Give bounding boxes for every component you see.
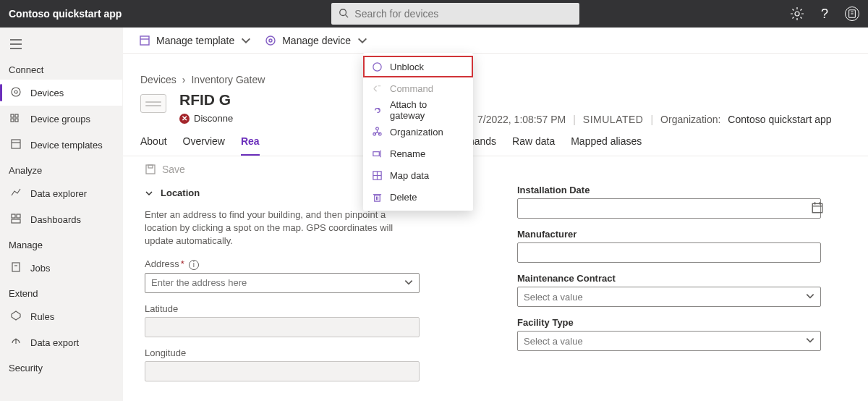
tab-selected[interactable]: Rea (241, 135, 260, 156)
nav-item-data-export[interactable]: Data export (0, 329, 122, 355)
manage-device-menu: Unblock Command Attach to gateway Organi… (363, 53, 473, 211)
menu-map-data[interactable]: Map data (363, 164, 473, 186)
cmd-label: Manage template (156, 35, 234, 46)
devices-icon (10, 86, 22, 100)
svg-point-26 (269, 39, 272, 42)
svg-rect-14 (15, 119, 18, 122)
nav-item-jobs[interactable]: Jobs (0, 255, 122, 281)
manufacturer-input[interactable] (517, 242, 821, 263)
location-section: Location (161, 187, 200, 198)
location-help: Enter an address to find your building, … (145, 208, 420, 248)
simulated-badge: SIMULATED (583, 114, 644, 125)
templates-icon (10, 138, 22, 152)
menu-rename[interactable]: Rename (363, 143, 473, 164)
global-search[interactable] (331, 3, 579, 25)
menu-attach-gateway[interactable]: Attach to gateway (363, 99, 473, 121)
svg-point-10 (14, 90, 17, 93)
device-meta: 7/2022, 1:08:57 PM | SIMULATED | Organiz… (123, 114, 868, 125)
menu-delete[interactable]: Delete (363, 186, 473, 208)
svg-point-9 (12, 88, 20, 96)
nav-item-data-explorer[interactable]: Data explorer (0, 180, 122, 206)
svg-rect-17 (12, 214, 15, 218)
feedback-icon[interactable] (845, 7, 859, 21)
device-groups-icon (10, 112, 22, 126)
chevron-down-icon (357, 35, 368, 46)
chevron-down-icon[interactable] (404, 277, 414, 287)
cmd-label: Manage device (282, 35, 351, 46)
menu-organization[interactable]: Organization (363, 121, 473, 143)
settings-icon[interactable] (790, 7, 804, 21)
svg-rect-20 (12, 263, 20, 271)
organization-label: Organization: (660, 114, 720, 125)
tab-raw-data[interactable]: Raw data (512, 135, 555, 156)
svg-rect-11 (11, 114, 14, 117)
chart-icon (10, 187, 22, 200)
tab-overview[interactable]: Overview (183, 135, 225, 156)
svg-rect-19 (12, 219, 20, 223)
save-label: Save (162, 164, 185, 175)
manage-device-button[interactable]: Manage device (265, 35, 368, 46)
nav-item-rules[interactable]: Rules (0, 303, 122, 329)
nav-label: Data export (30, 337, 79, 348)
connection-status: Disconne (194, 113, 233, 124)
search-icon (339, 8, 349, 20)
nav-item-device-groups[interactable]: Device groups (0, 106, 122, 132)
menu-label: Attach to gateway (390, 99, 464, 121)
chevron-down-icon[interactable] (145, 189, 153, 198)
facility-type-select[interactable] (517, 331, 821, 351)
app-title: Contoso quickstart app (9, 8, 122, 20)
svg-rect-13 (11, 119, 14, 122)
install-date-input[interactable] (517, 198, 821, 219)
jobs-icon (10, 261, 22, 275)
latitude-label: Latitude (145, 303, 474, 314)
info-icon[interactable]: i (189, 260, 199, 270)
nav-item-device-templates[interactable]: Device templates (0, 132, 122, 158)
svg-line-1 (346, 14, 349, 17)
svg-point-27 (373, 62, 381, 70)
svg-point-25 (266, 36, 275, 45)
manufacturer-label: Manufacturer (517, 229, 846, 240)
nav-section-security: Security (0, 355, 122, 378)
hamburger-icon[interactable] (0, 36, 122, 57)
svg-rect-31 (373, 151, 379, 156)
address-input[interactable] (145, 273, 420, 293)
longitude-input (145, 361, 420, 381)
svg-point-2 (795, 12, 799, 16)
dashboard-icon (10, 213, 22, 227)
last-data-time: 7/2022, 1:08:57 PM (477, 114, 566, 125)
menu-label: Rename (390, 148, 425, 159)
left-nav: Connect Devices Device groups Device tem… (0, 28, 123, 401)
svg-point-0 (340, 9, 346, 15)
chevron-right-icon: › (182, 74, 186, 85)
calendar-icon[interactable] (811, 201, 824, 216)
nav-label: Jobs (30, 263, 50, 274)
search-input[interactable] (354, 8, 572, 20)
nav-item-dashboards[interactable]: Dashboards (0, 206, 122, 232)
device-tile-icon (140, 94, 166, 113)
chevron-down-icon (240, 35, 252, 46)
facility-type-label: Facility Type (517, 317, 846, 328)
menu-label: Map data (390, 170, 429, 181)
menu-command: Command (363, 77, 473, 99)
tab-mapped-aliases[interactable]: Mapped aliases (571, 135, 642, 156)
breadcrumb-devices[interactable]: Devices (140, 74, 176, 85)
chevron-down-icon[interactable] (805, 335, 815, 345)
menu-unblock[interactable]: Unblock (363, 56, 473, 77)
nav-item-devices[interactable]: Devices (0, 80, 122, 106)
nav-label: Devices (30, 88, 64, 98)
nav-label: Device groups (30, 114, 90, 124)
breadcrumb-current: Inventory Gatew (191, 74, 265, 85)
maint-contract-select[interactable] (517, 287, 821, 307)
tab-about[interactable]: About (140, 135, 167, 156)
nav-label: Rules (30, 311, 54, 322)
help-icon[interactable]: ? (817, 7, 832, 21)
breadcrumb: Devices › Inventory Gatew (123, 54, 868, 88)
device-tabs: About Overview Rea Devices Commands Raw … (123, 125, 868, 156)
chevron-down-icon[interactable] (805, 291, 815, 301)
address-label: Address*i (145, 258, 474, 270)
svg-rect-40 (146, 165, 155, 174)
save-button[interactable]: Save (145, 164, 185, 175)
manage-template-button[interactable]: Manage template (139, 35, 252, 46)
nav-section-connect: Connect (0, 57, 122, 80)
device-name: RFID G (179, 91, 233, 109)
